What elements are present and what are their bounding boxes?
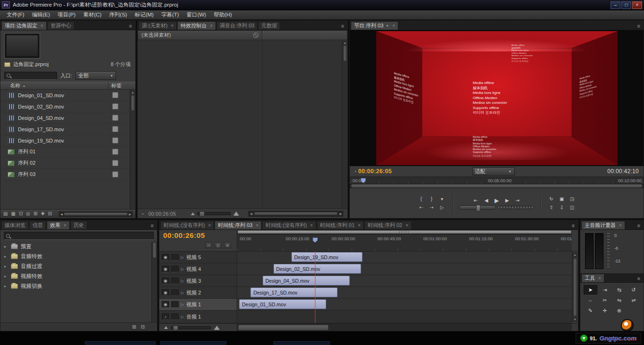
marker-menu-button[interactable]: ≡	[224, 242, 231, 248]
project-tab[interactable]: 项目:边角固定×	[1, 21, 47, 30]
step-back-button[interactable]: ◀	[482, 197, 491, 204]
panel-menu-icon[interactable]: ≡	[127, 23, 134, 29]
menu-item[interactable]: 序列(S)	[105, 10, 131, 19]
audio-meter-tab[interactable]: 主音频计量器 ×	[581, 221, 625, 229]
scroll-up-icon[interactable]: ▲	[344, 41, 347, 45]
column-name[interactable]: 名称 ▲	[0, 82, 108, 89]
add-marker-button[interactable]: ▾	[438, 195, 446, 202]
scroll-up-icon[interactable]: ▲	[574, 252, 577, 257]
timeline-clip[interactable]: Design_01_SD.mov	[239, 299, 326, 309]
panel-menu-icon[interactable]: ≡	[149, 223, 156, 228]
automate-to-sequence-button[interactable]: ⊡	[19, 211, 23, 216]
safe-margins-button[interactable]: ▣	[557, 195, 566, 202]
track-content[interactable]	[237, 311, 572, 323]
menu-item[interactable]: 文件(F)	[3, 10, 28, 19]
snap-button[interactable]: ∩	[205, 242, 212, 248]
effects-folder-row[interactable]: ▸音频过渡	[0, 261, 157, 271]
track-content[interactable]: Design_01_SD.mov	[237, 299, 572, 310]
rolling-edit-tool[interactable]: ↺	[627, 285, 641, 295]
label-chip[interactable]	[112, 126, 118, 132]
label-chip[interactable]	[112, 115, 118, 121]
track-lock-box[interactable]	[171, 254, 179, 261]
source-tab[interactable]: 特效控制台×	[177, 21, 216, 30]
project-vertical-scrollbar[interactable]: ▲	[130, 90, 135, 209]
track-content[interactable]: Design_04_SD.mov	[237, 275, 572, 286]
scroll-left-icon[interactable]: ◀	[59, 212, 64, 216]
selection-tool[interactable]: ➤	[584, 285, 597, 295]
panel-menu-icon[interactable]: ≡	[570, 223, 577, 228]
timeline-vertical-scrollbar[interactable]: ▲ ▼	[572, 252, 578, 322]
project-tab[interactable]: 资源中心	[47, 21, 74, 30]
hand-tool[interactable]: ✛	[598, 306, 612, 315]
jog-wheel[interactable]	[497, 206, 534, 209]
program-tab[interactable]: 节目:序列 03▼×	[351, 21, 398, 30]
label-chip[interactable]	[112, 137, 118, 143]
mark-out-button[interactable]: }	[427, 195, 436, 202]
scroll-right-icon[interactable]: ▶	[339, 212, 343, 215]
expand-track-icon[interactable]: ▷	[181, 315, 184, 319]
close-button[interactable]: ×	[632, 1, 642, 9]
step-forward-button[interactable]: ▶	[503, 197, 512, 204]
new-bin-button[interactable]: ⊞	[33, 211, 37, 216]
clear-button[interactable]: ⊟	[48, 211, 52, 216]
timeline-clip[interactable]: Design_19_SD.mov	[291, 252, 363, 262]
work-area-bar[interactable]	[237, 230, 572, 235]
effects-search-input[interactable]	[4, 232, 154, 240]
timeline-tab[interactable]: 时间线:序列 02×	[364, 221, 412, 229]
play-button[interactable]: ▶	[492, 197, 501, 204]
scrollbar-thumb[interactable]	[64, 212, 128, 216]
project-columns-header[interactable]: 名称 ▲ 标签	[0, 82, 135, 90]
timeline-timecode[interactable]: 00:00:26:05	[163, 231, 233, 240]
twirl-icon[interactable]: ▸	[4, 254, 8, 259]
expand-track-icon[interactable]: ▷	[181, 291, 184, 295]
panel-menu-icon[interactable]: ≡	[339, 23, 347, 29]
track-header[interactable]: ◉▷视频 4	[159, 263, 237, 275]
go-to-in-button[interactable]: ⇤	[471, 197, 480, 204]
new-item-button[interactable]: ✚	[41, 211, 44, 216]
toggle-track-visibility-icon[interactable]: ◉	[162, 254, 169, 261]
twirl-icon[interactable]: ▸	[4, 274, 8, 278]
set-marker-button[interactable]: ◇	[215, 242, 222, 248]
track-lock-box[interactable]	[171, 289, 179, 296]
find-button[interactable]: ◎	[26, 211, 30, 216]
scrollbar-thumb[interactable]	[153, 242, 157, 258]
taskbar-item[interactable]	[273, 341, 330, 345]
project-item-row[interactable]: Design_02_SD.mov	[0, 101, 135, 112]
mini-timeline-navigator[interactable]: ◀ ▶	[248, 211, 343, 217]
scrollbar-thumb[interactable]	[343, 45, 347, 61]
source-vertical-scrollbar[interactable]: ▲	[342, 40, 347, 209]
effects-tab[interactable]: 信息	[29, 221, 46, 229]
twirl-icon[interactable]: ▸	[4, 244, 8, 249]
menu-item[interactable]: 标记(M)	[131, 10, 157, 19]
effects-tab[interactable]: 效果×	[47, 221, 70, 229]
twirl-icon[interactable]: ▸	[4, 264, 8, 269]
scroll-down-icon[interactable]: ▼	[574, 317, 577, 322]
track-lock-box[interactable]	[171, 313, 179, 320]
zoom-slider[interactable]	[197, 212, 231, 215]
timeline-clip[interactable]: Design_17_SD.mov	[250, 287, 338, 297]
mark-in-button[interactable]: {	[417, 195, 426, 202]
icon-view-button[interactable]: ▦	[11, 211, 15, 216]
effects-tab[interactable]: 历史	[70, 221, 87, 229]
program-scrollbar[interactable]	[350, 184, 644, 188]
track-header[interactable]: ◉▷视频 1	[159, 299, 237, 310]
toggle-track-visibility-icon[interactable]: ◉	[162, 266, 169, 272]
scrollbar-thumb[interactable]	[573, 258, 577, 316]
toggle-track-audio-icon[interactable]: ♪	[162, 313, 169, 320]
timeline-tab[interactable]: 时间线:序列 03×	[215, 221, 262, 229]
effects-vertical-scrollbar[interactable]	[151, 242, 157, 322]
timeline-horizontal-scrollbar[interactable]	[237, 324, 572, 331]
toggle-track-visibility-icon[interactable]: ◉	[162, 301, 169, 308]
scrollbar-thumb[interactable]	[351, 184, 643, 188]
restore-button[interactable]: □	[621, 1, 631, 9]
export-frame-button[interactable]: ◳	[568, 195, 577, 202]
close-icon[interactable]: ×	[619, 223, 622, 228]
close-icon[interactable]: ×	[598, 276, 601, 281]
entry-dropdown[interactable]: 全部 ▼	[75, 71, 116, 80]
effects-folder-row[interactable]: ▸音频特效	[0, 252, 157, 261]
label-chip[interactable]	[112, 149, 118, 155]
minimize-button[interactable]: –	[611, 1, 620, 9]
source-tab[interactable]: 元数据	[258, 21, 280, 30]
track-content[interactable]: Design_19_SD.mov	[237, 252, 572, 263]
loop-button[interactable]: ↻	[547, 195, 556, 202]
